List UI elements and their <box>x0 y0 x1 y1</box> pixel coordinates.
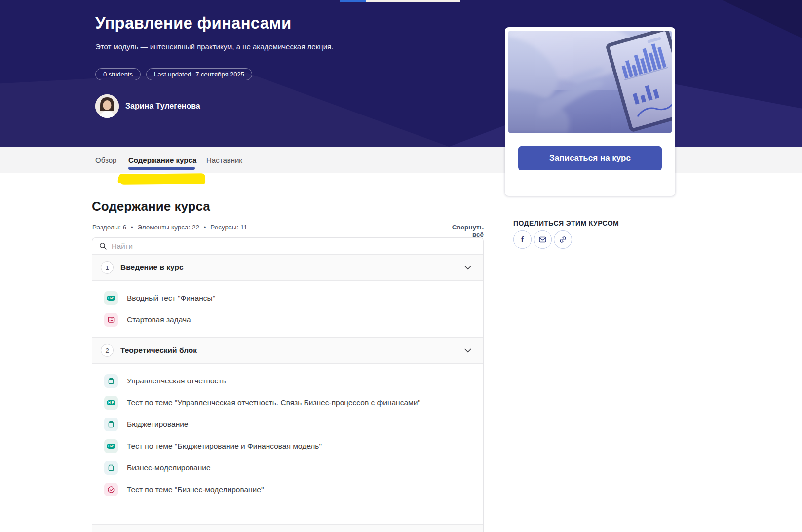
enroll-button[interactable]: Записаться на курс <box>518 146 662 170</box>
collapse-all-button[interactable]: Свернуть всё <box>443 224 484 238</box>
course-badges: 0 students Last updated 7 сентября 2025 <box>95 68 252 80</box>
last-updated-badge: Last updated 7 сентября 2025 <box>146 68 252 80</box>
course-item[interactable]: Управленческая отчетность <box>92 370 483 392</box>
author-name: Зарина Тулегенова <box>125 102 200 111</box>
email-icon <box>538 235 547 244</box>
hero-header: Управление финансами Этот модуль — интен… <box>0 0 802 147</box>
course-title: Управление финансами <box>95 14 291 33</box>
course-tabbar: Обзор Содержание курса Наставник <box>0 147 802 173</box>
course-item-label: Бюджетирование <box>127 420 189 429</box>
students-badge: 0 students <box>95 68 141 80</box>
h5p-icon: H-P <box>104 439 118 453</box>
email-share-button[interactable] <box>534 230 552 249</box>
course-item[interactable]: H-P Тест по теме "Управленческая отчетно… <box>92 392 483 414</box>
lesson-icon <box>104 461 118 475</box>
section-number: 2 <box>101 344 114 357</box>
course-author[interactable]: Зарина Тулегенова <box>95 94 200 118</box>
course-item-label: Бизнес-моделирование <box>127 463 211 472</box>
tab-overview[interactable]: Обзор <box>95 147 116 173</box>
chevron-down-icon[interactable] <box>463 263 473 272</box>
stat-items: Элементы курса: 22 <box>138 224 199 231</box>
course-item-label: Вводный тест "Финансы" <box>127 294 215 303</box>
content-heading: Содержание курса <box>92 199 210 214</box>
course-item[interactable]: Бюджетирование <box>92 414 483 435</box>
course-item-label: Тест по теме "Бюджетирование и Финансова… <box>127 442 322 451</box>
section-title: Теоретический блок <box>120 346 197 355</box>
active-tab-underline <box>128 167 195 170</box>
course-hero-image <box>508 31 672 133</box>
search-bar <box>92 238 483 254</box>
course-item[interactable]: H-P Тест по теме "Бюджетирование и Финан… <box>92 435 483 457</box>
chevron-down-icon[interactable] <box>463 345 473 355</box>
section-title: Введение в курс <box>120 263 184 272</box>
enroll-card: Записаться на курс <box>505 27 675 196</box>
avatar <box>95 94 119 118</box>
course-item-label: Стартовая задача <box>127 315 191 324</box>
top-progress-bar-filled <box>340 0 366 2</box>
section-number: 1 <box>101 261 114 274</box>
course-item[interactable]: Стартовая задача <box>92 309 483 331</box>
stat-resources: Ресурсы: 11 <box>210 224 247 231</box>
course-subtitle: Этот модуль — интенсивный практикум, а н… <box>95 42 333 51</box>
share-buttons: f <box>513 230 572 249</box>
course-content-accordion: 1 Введение в курс H-P Вводный тест "Фина… <box>92 237 484 532</box>
course-item-label: Тест по теме "Бизнес-моделирование" <box>127 485 264 494</box>
tab-mentor[interactable]: Наставник <box>206 147 242 173</box>
course-item[interactable]: Бизнес-моделирование <box>92 457 483 479</box>
h5p-icon: H-P <box>104 291 118 305</box>
section-header-2[interactable]: 2 Теоретический блок <box>92 337 483 364</box>
assignment-icon <box>104 313 118 327</box>
course-item-label: Управленческая отчетность <box>127 377 226 385</box>
top-progress-bar-track <box>366 0 460 2</box>
section-header-3-partial[interactable] <box>92 524 483 532</box>
search-input[interactable] <box>112 242 477 250</box>
lesson-icon <box>104 418 118 431</box>
share-title: ПОДЕЛИТЬСЯ ЭТИМ КУРСОМ <box>513 219 619 227</box>
course-stats: Разделы: 6 • Элементы курса: 22 • Ресурс… <box>92 224 247 231</box>
course-item[interactable]: H-P Вводный тест "Финансы" <box>92 287 483 309</box>
section-items-1: H-P Вводный тест "Финансы" Стартовая зад… <box>92 281 483 337</box>
link-icon <box>557 233 569 245</box>
section-header-1[interactable]: 1 Введение в курс <box>92 254 483 281</box>
stat-sections: Разделы: 6 <box>92 224 126 231</box>
course-page: Управление финансами Этот модуль — интен… <box>0 0 802 532</box>
section-items-2: Управленческая отчетность H-P Тест по те… <box>92 364 483 524</box>
course-item-label: Тест по теме "Управленческая отчетность.… <box>127 398 420 407</box>
link-share-button[interactable] <box>554 230 572 249</box>
facebook-share-button[interactable]: f <box>513 230 532 249</box>
yellow-highlight-annotation <box>119 173 205 185</box>
search-icon <box>99 242 107 250</box>
h5p-icon: H-P <box>104 396 118 410</box>
facebook-icon: f <box>521 235 524 245</box>
quiz-icon <box>104 483 118 496</box>
course-item[interactable]: Тест по теме "Бизнес-моделирование" <box>92 479 483 500</box>
lesson-icon <box>104 374 118 388</box>
